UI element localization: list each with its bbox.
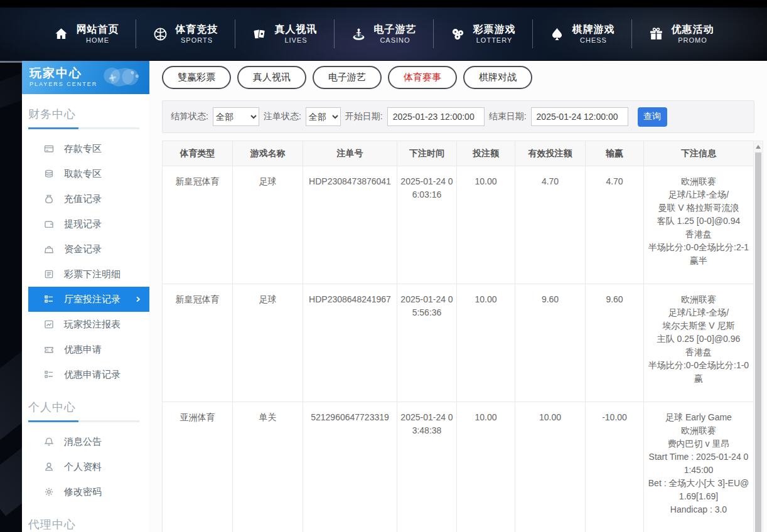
bet-info-line: 埃尔夫斯堡 V 尼斯 xyxy=(646,319,751,332)
nav-item-home[interactable]: 网站首页HOME xyxy=(37,23,136,45)
nav-item-lottery[interactable]: 彩票游戏LOTTERY xyxy=(434,23,532,45)
sidebar-item-list-doc[interactable]: 彩票下注明细 xyxy=(28,262,149,287)
wallet-icon xyxy=(44,219,54,229)
cell-sport: 亚洲体育 xyxy=(163,402,233,532)
sidebar-item-label: 充值记录 xyxy=(64,193,102,205)
gamepad-icon xyxy=(90,61,149,94)
user-icon xyxy=(44,462,54,472)
sidebar-item-withdraw-coins[interactable]: 取款专区 xyxy=(28,161,149,186)
sidebar-item-grid-list[interactable]: 厅室投注记录 xyxy=(28,287,149,312)
withdraw-coins-icon xyxy=(44,169,54,179)
cell-amount: 10.00 xyxy=(457,284,515,402)
bet-records-table: 体育类型游戏名称注单号下注时间投注额有效投注额输赢下注信息 新皇冠体育足球HDP… xyxy=(162,141,754,532)
column-header: 有效投注额 xyxy=(515,141,586,166)
cell-order-no: HDP2308473876041 xyxy=(303,166,397,284)
sidebar-item-label: 资金记录 xyxy=(64,243,102,255)
nav-item-promo[interactable]: 优惠活动PROMO xyxy=(632,23,731,45)
cell-valid: 9.60 xyxy=(515,284,586,402)
column-header: 下注时间 xyxy=(397,141,457,166)
bet-records-table-wrap: 体育类型游戏名称注单号下注时间投注额有效投注额输赢下注信息 新皇冠体育足球HDP… xyxy=(162,141,763,532)
cell-game: 足球 xyxy=(233,284,303,402)
sidebar-item-money-bag[interactable]: 充值记录 xyxy=(28,186,149,211)
nav-item-labels: 真人视讯LIVES xyxy=(275,23,318,45)
cell-amount: 10.00 xyxy=(457,166,515,284)
nav-label-zh: 真人视讯 xyxy=(275,23,318,36)
nav-label-zh: 网站首页 xyxy=(77,23,119,36)
sidebar-item-ticket[interactable]: 优惠申请 xyxy=(28,337,149,362)
search-button[interactable]: 查询 xyxy=(638,107,667,127)
order-status-select[interactable]: 全部 xyxy=(306,107,341,126)
sidebar-item-label: 厅室投注记录 xyxy=(64,294,121,306)
sidebar-item-label: 彩票下注明细 xyxy=(64,269,121,280)
nav-item-labels: 网站首页HOME xyxy=(77,23,119,45)
sidebar-item-bell[interactable]: 消息公告 xyxy=(28,429,149,454)
bet-info-line: 半场比分:0-0全场比分:2-1 xyxy=(646,241,751,254)
sidebar-item-purse[interactable]: 资金记录 xyxy=(28,237,149,262)
sidebar-item-label: 玩家投注报表 xyxy=(64,319,121,331)
nav-item-casino[interactable]: 电子游艺CASINO xyxy=(335,23,433,45)
chevron-right-icon xyxy=(134,294,142,305)
nav-item-lives[interactable]: 真人视讯LIVES xyxy=(235,23,334,45)
column-header: 输赢 xyxy=(586,141,644,166)
nav-item-sports[interactable]: 体育竞技SPORTS xyxy=(136,23,235,45)
sidebar: 玩家中心 PLAYERS CENTER 财务中心存款专区取款专区充值记录提现记录… xyxy=(22,61,149,532)
sidebar-item-label: 取款专区 xyxy=(64,168,102,180)
bet-info-line: 足球 Early Game xyxy=(646,411,751,424)
column-header: 体育类型 xyxy=(163,141,233,166)
column-header: 下注信息 xyxy=(644,141,754,166)
nav-label-zh: 彩票游戏 xyxy=(473,23,516,36)
bet-info-line: 赢半 xyxy=(646,254,751,267)
sidebar-item-bank-card[interactable]: 存款专区 xyxy=(28,136,149,161)
bet-info-line: 客队 1.25 [0-0]@0.94 xyxy=(646,215,751,228)
nav-label-en: CASINO xyxy=(374,36,417,45)
tab-5[interactable]: 棋牌对战 xyxy=(463,66,532,89)
bet-info-line: Result : Lose xyxy=(646,529,751,532)
sidebar-section-title: 代理中心 xyxy=(28,517,139,532)
gear-icon xyxy=(44,487,54,497)
lottery-balls-icon xyxy=(450,26,466,42)
tab-3[interactable]: 电子游艺 xyxy=(313,66,382,89)
sidebar-item-wallet[interactable]: 提现记录 xyxy=(28,211,149,237)
cell-order-no: 5212960647723319 xyxy=(303,402,397,532)
column-header: 游戏名称 xyxy=(233,141,303,166)
category-tabs: 雙赢彩票真人视讯电子游艺体育赛事棋牌对战 xyxy=(162,66,767,89)
start-date-input[interactable] xyxy=(387,107,485,126)
sidebar-item-label: 消息公告 xyxy=(64,436,102,448)
report-chart-icon xyxy=(44,319,54,329)
cell-sport: 新皇冠体育 xyxy=(163,284,233,402)
sidebar-item-label: 优惠申请 xyxy=(64,344,102,356)
sidebar-item-report-chart[interactable]: 玩家投注报表 xyxy=(28,312,149,337)
nav-item-labels: 优惠活动PROMO xyxy=(672,23,714,45)
main-content: 雙赢彩票真人视讯电子游艺体育赛事棋牌对战 结算状态: 全部 注单状态: 全部 开… xyxy=(149,61,767,532)
nav-label-zh: 电子游艺 xyxy=(374,23,417,36)
list-check-icon xyxy=(44,370,54,380)
settle-status-select[interactable]: 全部 xyxy=(213,107,259,126)
section-divider xyxy=(28,127,139,129)
cell-game: 单关 xyxy=(233,402,303,532)
sidebar-item-user[interactable]: 个人资料 xyxy=(28,454,149,479)
top-navigation: 网站首页HOME体育竞技SPORTS真人视讯LIVES电子游艺CASINO彩票游… xyxy=(0,8,767,61)
nav-item-labels: 电子游艺CASINO xyxy=(374,23,417,45)
ticket-icon xyxy=(44,344,54,354)
sidebar-item-gear[interactable]: 修改密码 xyxy=(28,479,149,504)
cell-winloss: 9.60 xyxy=(586,284,644,402)
nav-item-chess[interactable]: 棋牌游戏CHESS xyxy=(533,23,631,45)
cell-time: 2025-01-24 05:56:36 xyxy=(397,284,457,402)
bet-info-line: 欧洲联赛 xyxy=(646,293,751,306)
scrollbar-thumb[interactable] xyxy=(755,152,761,532)
table-row: 亚洲体育单关52129606477233192025-01-24 03:48:3… xyxy=(163,402,754,532)
scrollbar-up-arrow[interactable] xyxy=(754,141,763,152)
nav-label-zh: 优惠活动 xyxy=(672,23,714,36)
cell-game: 足球 xyxy=(233,166,303,284)
table-scrollbar[interactable] xyxy=(753,141,763,532)
nav-label-zh: 棋牌游戏 xyxy=(572,23,615,36)
bet-info-line: Handicap : 3.0 xyxy=(646,503,751,516)
tab-1[interactable]: 雙赢彩票 xyxy=(162,66,231,89)
sidebar-item-list-check[interactable]: 优惠申请记录 xyxy=(28,362,149,387)
bet-info-line: 足球/让球-全场/ xyxy=(646,188,751,201)
nav-label-en: LIVES xyxy=(275,36,318,45)
tab-2[interactable]: 真人视讯 xyxy=(237,66,306,89)
bet-info-line xyxy=(646,516,751,529)
end-date-input[interactable] xyxy=(531,107,628,126)
tab-4[interactable]: 体育赛事 xyxy=(388,66,457,89)
